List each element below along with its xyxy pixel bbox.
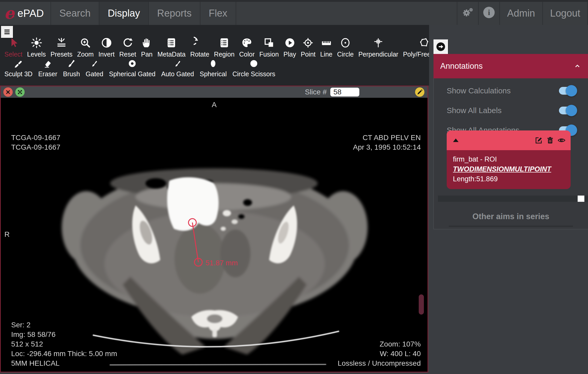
levels-icon <box>31 37 43 49</box>
close-icon <box>5 89 11 95</box>
sidebar-collapse-button[interactable] <box>433 39 448 54</box>
annotation-card-header <box>447 130 571 150</box>
settings-gears-icon[interactable] <box>457 0 478 25</box>
nav-item-reports[interactable]: Reports <box>148 0 200 25</box>
tool-pan[interactable]: Pan <box>139 37 155 58</box>
tool-circle-scissors[interactable]: Circle Scissors <box>230 59 277 78</box>
menu-button[interactable] <box>1 26 13 38</box>
slice-number-label: Slice # <box>305 88 327 96</box>
tool-spherical[interactable]: Spherical <box>198 59 228 78</box>
tool-line[interactable]: Line <box>318 37 334 58</box>
spherical-gated-icon <box>127 59 137 68</box>
expand-viewer-button[interactable] <box>15 87 25 97</box>
invert-icon <box>101 37 113 49</box>
auto-gated-icon <box>173 59 183 68</box>
tool-presets[interactable]: Presets <box>49 37 74 58</box>
info-button[interactable]: i <box>478 0 499 25</box>
nav-item-display[interactable]: Display <box>99 0 148 25</box>
chevron-up-icon[interactable] <box>573 62 581 70</box>
triangle-up-icon[interactable] <box>451 136 460 145</box>
annotations-panel-header[interactable]: Annotations <box>433 54 588 78</box>
toggle-knob <box>566 85 577 96</box>
overlay-text-line: Zoom: 107% <box>338 339 421 349</box>
other-aims-section-label: Other aims in series <box>449 212 573 226</box>
tool-sculpt-3d[interactable]: Sculpt 3D <box>3 59 34 78</box>
pencil-icon <box>416 89 423 95</box>
nav-item-logout[interactable]: Logout <box>542 0 588 25</box>
show-calculations-toggle[interactable] <box>559 87 576 95</box>
tool-perpendicular[interactable]: Perpendicular <box>356 37 400 58</box>
point-icon <box>302 37 314 49</box>
measurement-label: 51.87 mm <box>206 259 238 267</box>
overlay-text-line: CT ABD PELV EN <box>353 133 421 142</box>
tool-auto-gated[interactable]: Auto Gated <box>159 59 196 78</box>
nav-item-admin[interactable]: Admin <box>499 0 542 25</box>
toolbar-row-1: Select Levels Presets Zoom Invert Reset <box>0 25 429 58</box>
tool-levels[interactable]: Levels <box>25 37 47 58</box>
slice-scrollbar-thumb[interactable] <box>419 294 424 315</box>
toggle-knob <box>566 105 577 116</box>
tool-rotate[interactable]: Rotate <box>188 37 211 58</box>
presets-icon <box>55 37 67 49</box>
overlay-series-info: Ser: 2Img: 58 58/76512 x 512Loc: -296.46… <box>11 291 117 368</box>
tool-eraser[interactable]: Eraser <box>36 59 59 78</box>
arrow-right-circle-icon <box>435 41 446 52</box>
fusion-icon <box>263 37 275 49</box>
tool-zoom[interactable]: Zoom <box>75 37 96 58</box>
overlay-patient-info: TCGA-09-1667TCGA-09-1667 <box>11 104 60 152</box>
nav-item-search[interactable]: Search <box>51 0 99 25</box>
overlay-text-line: 512 x 512 <box>11 339 117 349</box>
tool-brush[interactable]: Brush <box>61 59 82 78</box>
tool-color[interactable]: Color <box>237 37 257 58</box>
sculpt-3d-icon <box>13 59 23 68</box>
tool-invert[interactable]: Invert <box>96 37 116 58</box>
epad-logo-icon: e <box>4 5 14 21</box>
tool-reset[interactable]: Reset <box>117 37 138 58</box>
tool-spherical-gated[interactable]: Spherical Gated <box>107 59 157 78</box>
expand-icon <box>17 89 23 95</box>
edit-annotation-button[interactable] <box>415 87 424 97</box>
scrollbar-thumb[interactable] <box>578 196 584 202</box>
nav-item-flex[interactable]: Flex <box>200 0 236 25</box>
overlay-display-info: Zoom: 107%W: 400 L: 40Lossless / Uncompr… <box>338 310 421 368</box>
overlay-text-line: Apr 3, 1995 10:52:14 <box>353 142 421 152</box>
ct-image-canvas[interactable]: 51.87 mm TCGA-09-1667TCGA-09-1667 CT ABD… <box>1 98 428 372</box>
annotations-panel: Show Calculations Show All Labels Show A… <box>433 78 588 229</box>
nav-right-cluster: i AdminLogout <box>457 0 588 25</box>
slice-number-input[interactable] <box>330 88 359 96</box>
eye-icon[interactable] <box>557 136 566 145</box>
viewer-titlebar: Slice # <box>1 86 428 98</box>
tool-play[interactable]: Play <box>282 37 298 58</box>
spherical-icon <box>208 59 218 68</box>
show-all-labels-toggle[interactable] <box>559 107 576 114</box>
tool-gated[interactable]: Gated <box>84 59 105 78</box>
pan-icon <box>141 37 153 49</box>
rotate-icon <box>194 37 206 49</box>
overlay-text-line: Lossless / Uncompressed <box>338 358 421 368</box>
tool-point[interactable]: Point <box>299 37 317 58</box>
top-navbar: e ePAD SearchDisplayReportsFlex i AdminL… <box>0 0 588 25</box>
annotation-card-body: firm_bat - ROI TWODIMENSIONMULTIPOINT Le… <box>447 150 571 189</box>
tool-metadata[interactable]: MetaData <box>156 37 187 58</box>
toggle-row-show-calculations: Show Calculations <box>434 81 588 101</box>
nav-menu: SearchDisplayReportsFlex <box>51 0 236 25</box>
annotation-list-scrollbar[interactable] <box>438 196 588 202</box>
close-viewer-button[interactable] <box>3 87 13 97</box>
overlay-text-line: TCGA-09-1667 <box>11 142 60 152</box>
tool-fusion[interactable]: Fusion <box>257 37 281 58</box>
overlay-text-line: Ser: 2 <box>11 320 117 330</box>
epad-brand[interactable]: e ePAD <box>0 0 51 25</box>
eraser-icon <box>43 59 53 68</box>
trash-icon[interactable] <box>546 136 555 145</box>
annotation-card[interactable]: firm_bat - ROI TWODIMENSIONMULTIPOINT Le… <box>447 130 571 189</box>
tool-select[interactable]: Select <box>3 37 24 58</box>
tool-palette: Select Levels Presets Zoom Invert Reset <box>0 25 429 86</box>
edit-icon[interactable] <box>534 136 543 145</box>
overlay-text-line: TCGA-09-1667 <box>11 133 60 142</box>
tool-region[interactable]: Region <box>212 37 236 58</box>
overlay-text-line: Loc: -296.46 mm Thick: 5.00 mm <box>11 349 117 358</box>
tool-poly-freehand[interactable]: Poly/Freehand <box>401 37 429 58</box>
region-icon <box>218 37 230 49</box>
gears-icon <box>462 7 473 18</box>
tool-circle[interactable]: Circle <box>335 37 355 58</box>
